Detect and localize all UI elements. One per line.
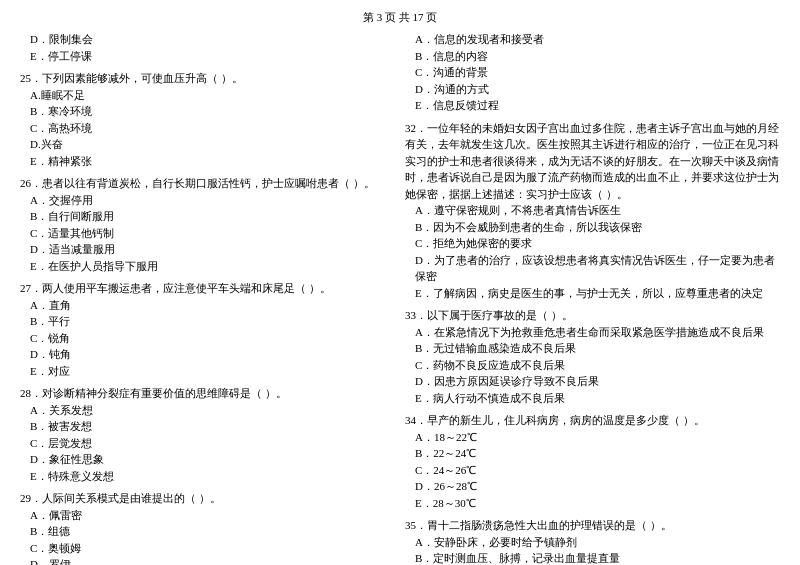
option-q29-2: C．奥顿姆	[20, 540, 395, 557]
option-q27-3: D．钝角	[20, 346, 395, 363]
option-q26-0: A．交握停用	[20, 192, 395, 209]
option-q29-3: D．罗伊	[20, 556, 395, 565]
question-title-q29: 29．人际间关系模式是由谁提出的（ ）。	[20, 490, 395, 507]
option-q_d_e_top-1: E．停工停课	[20, 48, 395, 65]
option-q35-0: A．安静卧床，必要时给予镇静剂	[405, 534, 780, 551]
option-q25-3: D.兴奋	[20, 136, 395, 153]
option-q31_options-2: C．沟通的背景	[405, 64, 780, 81]
option-q29-1: B．组德	[20, 523, 395, 540]
question-block-q27: 27．两人使用平车搬运患者，应注意使平车头端和床尾足（ ）。A．直角B．平行C．…	[20, 280, 395, 379]
option-q27-2: C．锐角	[20, 330, 395, 347]
option-q32-0: A．遵守保密规则，不将患者真情告诉医生	[405, 202, 780, 219]
question-block-q26: 26．患者以往有背道炭松，自行长期口服活性钙，护士应嘱咐患者（ ）。A．交握停用…	[20, 175, 395, 274]
main-columns: D．限制集会E．停工停课25．下列因素能够减外，可使血压升高（ ）。A.睡眠不足…	[20, 31, 780, 565]
option-q31_options-0: A．信息的发现者和接受者	[405, 31, 780, 48]
left-column: D．限制集会E．停工停课25．下列因素能够减外，可使血压升高（ ）。A.睡眠不足…	[20, 31, 395, 565]
page-number: 第 3 页 共 17 页	[363, 11, 437, 23]
page-footer: 第 3 页 共 17 页	[20, 10, 780, 25]
option-q28-3: D．象征性思象	[20, 451, 395, 468]
option-q25-0: A.睡眠不足	[20, 87, 395, 104]
option-q33-3: D．因患方原因延误诊疗导致不良后果	[405, 373, 780, 390]
question-title-q34: 34．早产的新生儿，住儿科病房，病房的温度是多少度（ ）。	[405, 412, 780, 429]
question-block-q28: 28．对诊断精神分裂症有重要价值的思维障碍是（ ）。A．关系发想B．被害发想C．…	[20, 385, 395, 484]
option-q28-0: A．关系发想	[20, 402, 395, 419]
option-q25-4: E．精神紧张	[20, 153, 395, 170]
question-block-q34: 34．早产的新生儿，住儿科病房，病房的温度是多少度（ ）。A．18～22℃B．2…	[405, 412, 780, 511]
question-title-q28: 28．对诊断精神分裂症有重要价值的思维障碍是（ ）。	[20, 385, 395, 402]
option-q26-1: B．自行间断服用	[20, 208, 395, 225]
option-q33-0: A．在紧急情况下为抢救垂危患者生命而采取紧急医学措施造成不良后果	[405, 324, 780, 341]
question-title-q25: 25．下列因素能够减外，可使血压升高（ ）。	[20, 70, 395, 87]
option-q33-4: E．病人行动不慎造成不良后果	[405, 390, 780, 407]
question-block-q29: 29．人际间关系模式是由谁提出的（ ）。A．佩雷密B．组德C．奥顿姆D．罗伊E．…	[20, 490, 395, 565]
option-q32-3: D．为了患者的治疗，应该设想患者将真实情况告诉医生，仔一定要为患者保密	[405, 252, 780, 285]
right-column: A．信息的发现者和接受者B．信息的内容C．沟通的背景D．沟通的方式E．信息反馈过…	[405, 31, 780, 565]
question-title-q32: 32．一位年轻的未婚妇女因子宫出血过多住院，患者主诉子宫出血与她的月经有关，去年…	[405, 120, 780, 203]
option-q31_options-1: B．信息的内容	[405, 48, 780, 65]
option-q_d_e_top-0: D．限制集会	[20, 31, 395, 48]
question-title-q33: 33．以下属于医疗事故的是（ ）。	[405, 307, 780, 324]
option-q26-4: E．在医护人员指导下服用	[20, 258, 395, 275]
option-q33-2: C．药物不良反应造成不良后果	[405, 357, 780, 374]
question-block-q25: 25．下列因素能够减外，可使血压升高（ ）。A.睡眠不足B．寒冷环境C．高热环境…	[20, 70, 395, 169]
question-title-q26: 26．患者以往有背道炭松，自行长期口服活性钙，护士应嘱咐患者（ ）。	[20, 175, 395, 192]
question-title-q35: 35．胃十二指肠溃疡急性大出血的护理错误的是（ ）。	[405, 517, 780, 534]
option-q26-2: C．适量其他钙制	[20, 225, 395, 242]
option-q28-4: E．特殊意义发想	[20, 468, 395, 485]
option-q34-4: E．28～30℃	[405, 495, 780, 512]
question-block-q35: 35．胃十二指肠溃疡急性大出血的护理错误的是（ ）。A．安静卧床，必要时给予镇静…	[405, 517, 780, 565]
option-q25-2: C．高热环境	[20, 120, 395, 137]
option-q27-4: E．对应	[20, 363, 395, 380]
option-q27-1: B．平行	[20, 313, 395, 330]
option-q27-0: A．直角	[20, 297, 395, 314]
option-q34-2: C．24～26℃	[405, 462, 780, 479]
question-title-q27: 27．两人使用平车搬运患者，应注意使平车头端和床尾足（ ）。	[20, 280, 395, 297]
option-q32-4: E．了解病因，病史是医生的事，与护士无关，所以，应尊重患者的决定	[405, 285, 780, 302]
option-q32-1: B．因为不会威胁到患者的生命，所以我该保密	[405, 219, 780, 236]
page-container: 第 3 页 共 17 页 D．限制集会E．停工停课25．下列因素能够减外，可使血…	[20, 10, 780, 565]
option-q34-1: B．22～24℃	[405, 445, 780, 462]
option-q34-3: D．26～28℃	[405, 478, 780, 495]
option-q29-0: A．佩雷密	[20, 507, 395, 524]
option-q35-1: B．定时测血压、脉搏，记录出血量提直量	[405, 550, 780, 565]
option-q34-0: A．18～22℃	[405, 429, 780, 446]
option-q28-2: C．层觉发想	[20, 435, 395, 452]
question-block-q_d_e_top: D．限制集会E．停工停课	[20, 31, 395, 64]
option-q32-2: C．拒绝为她保密的要求	[405, 235, 780, 252]
question-block-q31_options: A．信息的发现者和接受者B．信息的内容C．沟通的背景D．沟通的方式E．信息反馈过…	[405, 31, 780, 114]
question-block-q32: 32．一位年轻的未婚妇女因子宫出血过多住院，患者主诉子宫出血与她的月经有关，去年…	[405, 120, 780, 302]
option-q33-1: B．无过错输血感染造成不良后果	[405, 340, 780, 357]
option-q25-1: B．寒冷环境	[20, 103, 395, 120]
option-q26-3: D．适当减量服用	[20, 241, 395, 258]
option-q31_options-3: D．沟通的方式	[405, 81, 780, 98]
question-block-q33: 33．以下属于医疗事故的是（ ）。A．在紧急情况下为抢救垂危患者生命而采取紧急医…	[405, 307, 780, 406]
option-q28-1: B．被害发想	[20, 418, 395, 435]
option-q31_options-4: E．信息反馈过程	[405, 97, 780, 114]
